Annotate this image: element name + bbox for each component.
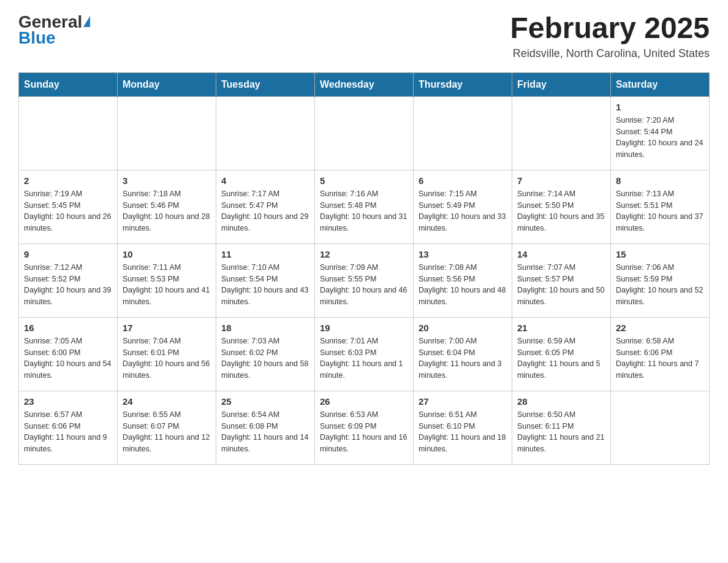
week-row-3: 9Sunrise: 7:12 AMSunset: 5:52 PMDaylight… — [19, 243, 710, 317]
day-info: Sunrise: 6:58 AMSunset: 6:06 PMDaylight:… — [616, 335, 704, 381]
calendar-cell — [413, 96, 512, 170]
day-number: 20 — [419, 323, 507, 333]
calendar-cell: 14Sunrise: 7:07 AMSunset: 5:57 PMDayligh… — [512, 243, 610, 317]
calendar-cell: 18Sunrise: 7:03 AMSunset: 6:02 PMDayligh… — [216, 317, 314, 391]
calendar-cell: 24Sunrise: 6:55 AMSunset: 6:07 PMDayligh… — [117, 391, 216, 464]
calendar-cell: 11Sunrise: 7:10 AMSunset: 5:54 PMDayligh… — [216, 243, 314, 317]
calendar-cell: 4Sunrise: 7:17 AMSunset: 5:47 PMDaylight… — [216, 170, 314, 243]
day-info: Sunrise: 7:10 AMSunset: 5:54 PMDaylight:… — [221, 262, 309, 308]
calendar-cell: 28Sunrise: 6:50 AMSunset: 6:11 PMDayligh… — [512, 391, 610, 464]
day-number: 1 — [616, 102, 704, 112]
calendar-cell: 19Sunrise: 7:01 AMSunset: 6:03 PMDayligh… — [314, 317, 413, 391]
day-info: Sunrise: 7:05 AMSunset: 6:00 PMDaylight:… — [24, 335, 112, 381]
calendar-cell: 2Sunrise: 7:19 AMSunset: 5:45 PMDaylight… — [19, 170, 118, 243]
day-info: Sunrise: 6:59 AMSunset: 6:05 PMDaylight:… — [517, 335, 605, 381]
header-thursday: Thursday — [413, 72, 512, 96]
header-friday: Friday — [512, 72, 610, 96]
calendar-cell — [314, 96, 413, 170]
calendar-cell — [117, 96, 216, 170]
day-info: Sunrise: 7:09 AMSunset: 5:55 PMDaylight:… — [320, 262, 408, 308]
day-number: 6 — [419, 175, 507, 186]
day-info: Sunrise: 7:12 AMSunset: 5:52 PMDaylight:… — [24, 262, 112, 308]
day-info: Sunrise: 6:57 AMSunset: 6:06 PMDaylight:… — [24, 409, 112, 455]
calendar-cell: 1Sunrise: 7:20 AMSunset: 5:44 PMDaylight… — [610, 96, 709, 170]
calendar-cell: 22Sunrise: 6:58 AMSunset: 6:06 PMDayligh… — [610, 317, 709, 391]
calendar-cell: 17Sunrise: 7:04 AMSunset: 6:01 PMDayligh… — [117, 317, 216, 391]
calendar-cell: 16Sunrise: 7:05 AMSunset: 6:00 PMDayligh… — [19, 317, 118, 391]
calendar-cell: 7Sunrise: 7:14 AMSunset: 5:50 PMDaylight… — [512, 170, 610, 243]
logo-blue-text: Blue — [18, 28, 56, 48]
day-number: 4 — [221, 175, 309, 186]
day-number: 28 — [517, 396, 605, 407]
day-info: Sunrise: 7:07 AMSunset: 5:57 PMDaylight:… — [517, 262, 605, 308]
day-number: 27 — [419, 396, 507, 407]
header-sunday: Sunday — [19, 72, 118, 96]
day-number: 21 — [517, 323, 605, 333]
calendar-cell: 5Sunrise: 7:16 AMSunset: 5:48 PMDaylight… — [314, 170, 413, 243]
day-info: Sunrise: 6:50 AMSunset: 6:11 PMDaylight:… — [517, 409, 605, 455]
day-number: 10 — [123, 249, 211, 259]
day-number: 13 — [419, 249, 507, 259]
week-row-4: 16Sunrise: 7:05 AMSunset: 6:00 PMDayligh… — [19, 317, 710, 391]
logo: General Blue — [18, 12, 90, 48]
location-subtitle: Reidsville, North Carolina, United State… — [510, 47, 710, 60]
day-number: 23 — [24, 396, 112, 407]
calendar-cell: 23Sunrise: 6:57 AMSunset: 6:06 PMDayligh… — [19, 391, 118, 464]
day-info: Sunrise: 7:00 AMSunset: 6:04 PMDaylight:… — [419, 335, 507, 381]
logo-triangle-icon — [83, 16, 90, 27]
calendar-cell: 6Sunrise: 7:15 AMSunset: 5:49 PMDaylight… — [413, 170, 512, 243]
day-info: Sunrise: 7:16 AMSunset: 5:48 PMDaylight:… — [320, 188, 408, 234]
calendar-cell — [19, 96, 118, 170]
day-number: 26 — [320, 396, 408, 407]
day-info: Sunrise: 6:54 AMSunset: 6:08 PMDaylight:… — [221, 409, 309, 455]
day-info: Sunrise: 6:55 AMSunset: 6:07 PMDaylight:… — [123, 409, 211, 455]
calendar-cell: 3Sunrise: 7:18 AMSunset: 5:46 PMDaylight… — [117, 170, 216, 243]
calendar-cell: 9Sunrise: 7:12 AMSunset: 5:52 PMDaylight… — [19, 243, 118, 317]
header-wednesday: Wednesday — [314, 72, 413, 96]
calendar-cell: 10Sunrise: 7:11 AMSunset: 5:53 PMDayligh… — [117, 243, 216, 317]
day-info: Sunrise: 7:17 AMSunset: 5:47 PMDaylight:… — [221, 188, 309, 234]
calendar-cell: 25Sunrise: 6:54 AMSunset: 6:08 PMDayligh… — [216, 391, 314, 464]
weekday-header-row: SundayMondayTuesdayWednesdayThursdayFrid… — [19, 72, 710, 96]
calendar-cell — [512, 96, 610, 170]
day-info: Sunrise: 7:19 AMSunset: 5:45 PMDaylight:… — [24, 188, 112, 234]
calendar-cell: 27Sunrise: 6:51 AMSunset: 6:10 PMDayligh… — [413, 391, 512, 464]
header-tuesday: Tuesday — [216, 72, 314, 96]
day-info: Sunrise: 7:13 AMSunset: 5:51 PMDaylight:… — [616, 188, 704, 234]
day-number: 14 — [517, 249, 605, 259]
day-number: 5 — [320, 175, 408, 186]
calendar-cell: 13Sunrise: 7:08 AMSunset: 5:56 PMDayligh… — [413, 243, 512, 317]
calendar-cell: 20Sunrise: 7:00 AMSunset: 6:04 PMDayligh… — [413, 317, 512, 391]
calendar-cell: 12Sunrise: 7:09 AMSunset: 5:55 PMDayligh… — [314, 243, 413, 317]
day-number: 15 — [616, 249, 704, 259]
header-saturday: Saturday — [610, 72, 709, 96]
day-number: 7 — [517, 175, 605, 186]
day-number: 2 — [24, 175, 112, 186]
day-number: 12 — [320, 249, 408, 259]
day-info: Sunrise: 7:08 AMSunset: 5:56 PMDaylight:… — [419, 262, 507, 308]
day-info: Sunrise: 6:53 AMSunset: 6:09 PMDaylight:… — [320, 409, 408, 455]
day-info: Sunrise: 7:01 AMSunset: 6:03 PMDaylight:… — [320, 335, 408, 381]
day-number: 25 — [221, 396, 309, 407]
week-row-1: 1Sunrise: 7:20 AMSunset: 5:44 PMDaylight… — [19, 96, 710, 170]
day-number: 22 — [616, 323, 704, 333]
calendar-cell: 21Sunrise: 6:59 AMSunset: 6:05 PMDayligh… — [512, 317, 610, 391]
day-number: 9 — [24, 249, 112, 259]
day-number: 16 — [24, 323, 112, 333]
calendar-table: SundayMondayTuesdayWednesdayThursdayFrid… — [18, 72, 710, 465]
week-row-2: 2Sunrise: 7:19 AMSunset: 5:45 PMDaylight… — [19, 170, 710, 243]
day-number: 17 — [123, 323, 211, 333]
day-number: 19 — [320, 323, 408, 333]
header-monday: Monday — [117, 72, 216, 96]
day-number: 3 — [123, 175, 211, 186]
calendar-cell: 26Sunrise: 6:53 AMSunset: 6:09 PMDayligh… — [314, 391, 413, 464]
page-header: General Blue February 2025 Reidsville, N… — [18, 12, 710, 60]
week-row-5: 23Sunrise: 6:57 AMSunset: 6:06 PMDayligh… — [19, 391, 710, 464]
day-number: 11 — [221, 249, 309, 259]
calendar-cell: 15Sunrise: 7:06 AMSunset: 5:59 PMDayligh… — [610, 243, 709, 317]
day-info: Sunrise: 6:51 AMSunset: 6:10 PMDaylight:… — [419, 409, 507, 455]
day-info: Sunrise: 7:18 AMSunset: 5:46 PMDaylight:… — [123, 188, 211, 234]
day-info: Sunrise: 7:11 AMSunset: 5:53 PMDaylight:… — [123, 262, 211, 308]
month-title: February 2025 — [510, 12, 710, 45]
day-number: 24 — [123, 396, 211, 407]
